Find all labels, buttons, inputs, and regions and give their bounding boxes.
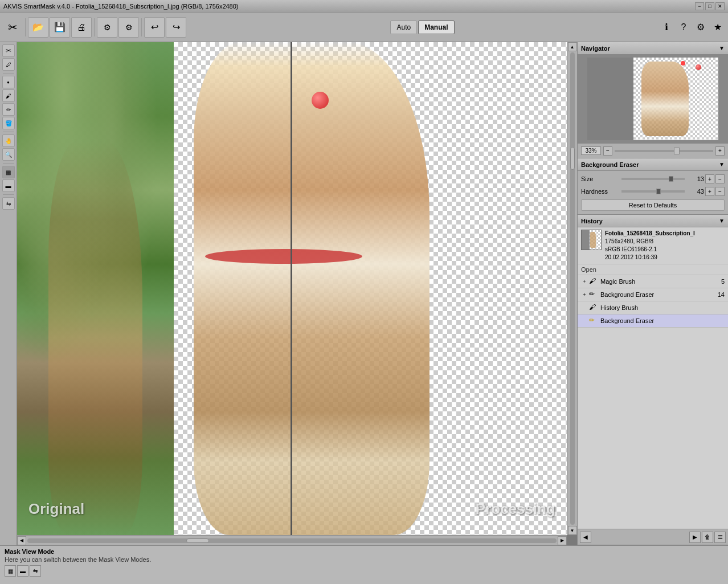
zoom-tool[interactable]: 🔍 — [2, 148, 15, 161]
undo-button[interactable]: ↩ — [144, 17, 165, 38]
view-tool[interactable]: ▬ — [2, 179, 15, 192]
size-row: Size 13 + − — [581, 174, 725, 183]
history-brush-label: History Brush — [600, 304, 722, 311]
statusbar-title: Mask View Mode — [5, 548, 723, 555]
redo-button[interactable]: ↪ — [166, 17, 186, 38]
manual-mode-button[interactable]: Manual — [418, 21, 454, 34]
favorite-icon[interactable]: ★ — [710, 19, 726, 35]
scroll-right-arrow[interactable]: ▶ — [558, 536, 567, 545]
zoom-slider-thumb[interactable] — [674, 148, 680, 154]
window-controls: − □ ✕ — [695, 2, 725, 10]
navigator-header[interactable]: Navigator ▼ — [578, 42, 728, 55]
hardness-increment[interactable]: + — [705, 187, 714, 196]
close-button[interactable]: ✕ — [715, 2, 725, 10]
horizontal-scrollbar[interactable]: ◀ ▶ — [17, 535, 567, 545]
background-eraser-icon: ✏ — [589, 290, 598, 299]
help-icon[interactable]: ? — [676, 19, 692, 35]
settings2-button[interactable]: ⚙ — [118, 17, 139, 38]
size-slider[interactable] — [621, 178, 685, 180]
history-menu-button[interactable]: ☰ — [714, 532, 726, 543]
expand-icon-magic-brush[interactable]: + — [581, 278, 588, 285]
main-area: ✂ 🖊 ● 🖌 ✏ 🪣 🤚 🔍 ▦ ▬ ⇆ Original — [0, 42, 728, 545]
scroll-up-arrow[interactable]: ▲ — [568, 42, 577, 51]
pencil-tool[interactable]: ✏ — [2, 103, 15, 116]
magic-brush-label: Magic Brush — [600, 278, 719, 285]
history-open-label: Open — [578, 264, 728, 275]
mode-icon-2[interactable]: ▬ — [17, 565, 28, 577]
history-header[interactable]: History ▼ — [578, 215, 728, 227]
history-item-bg-eraser-2[interactable]: + ✏ Background Eraser — [578, 315, 728, 328]
grid-tool[interactable]: ▦ — [2, 166, 15, 178]
size-increment[interactable]: + — [705, 174, 714, 183]
left-toolbar-sep — [3, 73, 14, 73]
history-play-button[interactable]: ▶ — [689, 532, 701, 543]
hardness-label: Hardness — [581, 188, 618, 195]
history-content: Fotolia_15268418_Subscription_I 1756x248… — [578, 227, 728, 529]
minimize-button[interactable]: − — [695, 2, 704, 10]
left-toolbar-sep-2 — [3, 132, 14, 132]
history-arrow: ▼ — [719, 218, 725, 224]
size-slider-thumb[interactable] — [669, 176, 673, 182]
zoom-value[interactable]: 33% — [581, 146, 601, 155]
hardness-decrement[interactable]: − — [715, 187, 725, 196]
nav-ball-sim — [696, 64, 701, 70]
scroll-left-arrow[interactable]: ◀ — [17, 536, 26, 545]
mode-icon-arrows[interactable]: ⇆ — [30, 565, 41, 577]
preferences-icon[interactable]: ⚙ — [693, 19, 709, 35]
hardness-slider-thumb[interactable] — [656, 189, 661, 194]
info-icon[interactable]: ℹ — [659, 19, 674, 35]
save-button[interactable]: 💾 — [50, 17, 70, 38]
dot-tool[interactable]: ● — [2, 76, 15, 88]
open-button[interactable]: 📂 — [28, 17, 48, 38]
bg-eraser-label: Background Eraser — [600, 291, 715, 298]
zoom-minus-button[interactable]: − — [603, 146, 612, 156]
print-button[interactable]: 🖨 — [71, 17, 92, 38]
zoom-slider[interactable] — [615, 150, 713, 152]
processing-image — [174, 42, 567, 535]
left-toolbar: ✂ 🖊 ● 🖌 ✏ 🪣 🤚 🔍 ▦ ▬ ⇆ — [0, 42, 17, 545]
history-toolbar: ◀ ▶ 🗑 ☰ — [578, 529, 728, 545]
vscroll-thumb[interactable] — [570, 147, 575, 170]
size-label: Size — [581, 175, 618, 182]
scroll-track[interactable] — [27, 538, 557, 543]
reset-defaults-button[interactable]: Reset to Defaults — [581, 199, 725, 211]
zoom-plus-button[interactable]: + — [715, 146, 725, 156]
size-value: 13 — [688, 175, 704, 182]
history-item-bg-eraser[interactable]: + ✏ Background Eraser 14 — [578, 288, 728, 301]
statusbar-description: Here you can switch between the Mask Vie… — [5, 556, 723, 563]
vertical-scrollbar[interactable]: ▲ ▼ — [567, 42, 577, 535]
auto-mode-button[interactable]: Auto — [390, 21, 417, 34]
history-back-button[interactable]: ◀ — [580, 532, 591, 543]
fill-tool[interactable]: 🪣 — [2, 117, 15, 129]
expand-icon-bg-eraser[interactable]: + — [581, 291, 588, 298]
history-item-history-brush[interactable]: + 🖌 History Brush — [578, 301, 728, 315]
hand-tool[interactable]: 🤚 — [2, 134, 15, 147]
history-brush-icon: 🖌 — [589, 303, 598, 312]
maximize-button[interactable]: □ — [705, 2, 714, 10]
nav-dog-sim — [641, 62, 688, 136]
navigator-thumbnail-area — [587, 58, 718, 140]
settings-button[interactable]: ⚙ — [97, 17, 117, 38]
background-eraser-header[interactable]: Background Eraser ▼ — [578, 158, 728, 171]
toolbar-separator-2 — [94, 18, 95, 36]
size-decrement[interactable]: − — [715, 174, 725, 183]
selection-tool[interactable]: ✂ — [2, 44, 15, 57]
history-file-line1: 1756x2480, RGB/8 — [605, 238, 695, 246]
history-thumbnail — [581, 230, 602, 250]
scroll-down-arrow[interactable]: ▼ — [568, 526, 577, 535]
hardness-slider[interactable] — [621, 190, 685, 193]
left-toolbar-sep-3 — [3, 163, 14, 164]
background-eraser-arrow: ▼ — [719, 161, 725, 168]
history-panel: History ▼ Fotolia_15268418_Subscription_… — [578, 215, 728, 545]
history-item-magic-brush[interactable]: + 🖌 Magic Brush 5 — [578, 275, 728, 288]
history-filename: Fotolia_15268418_Subscription_I — [605, 230, 695, 238]
paint-tool[interactable]: 🖌 — [2, 89, 15, 102]
scroll-thumb[interactable] — [186, 538, 209, 543]
mode-icon-1[interactable]: ▦ — [5, 565, 16, 577]
navigator-arrow: ▼ — [719, 45, 725, 51]
history-delete-button[interactable]: 🗑 — [702, 532, 713, 543]
background-eraser-panel: Background Eraser ▼ Size 13 + − Hardness — [578, 158, 728, 215]
brush-tool[interactable]: 🖊 — [2, 58, 15, 71]
arrows-tool[interactable]: ⇆ — [2, 197, 15, 210]
canvas-divider[interactable] — [291, 42, 292, 535]
